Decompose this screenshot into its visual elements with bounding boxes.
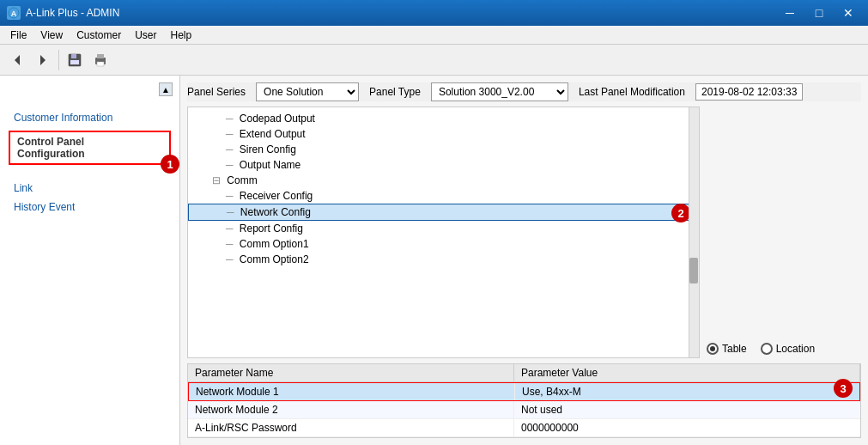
svg-marker-2 bbox=[15, 55, 20, 65]
table-row[interactable]: Network Module 1 Use, B4xx-M bbox=[188, 382, 860, 401]
radio-location[interactable]: Location bbox=[761, 343, 815, 355]
table-header: Parameter Name Parameter Value bbox=[188, 364, 860, 382]
panel-type-label: Panel Type bbox=[369, 86, 421, 98]
sidebar-item-history-event[interactable]: History Event bbox=[0, 198, 179, 216]
title-bar-left: A A-Link Plus - ADMIN bbox=[7, 6, 119, 20]
radio-table-circle bbox=[707, 343, 719, 355]
panel-type-dropdown[interactable]: Solution 3000_V2.00 bbox=[431, 82, 568, 101]
menu-customer[interactable]: Customer bbox=[70, 27, 128, 43]
svg-rect-9 bbox=[97, 62, 104, 66]
badge-3: 3 bbox=[834, 379, 853, 398]
table-cell-value-0: Use, B4xx-M bbox=[515, 383, 859, 400]
tree-panel[interactable]: ─ Codepad Output ─ Extend Output ─ Siren… bbox=[187, 107, 700, 358]
radio-location-circle bbox=[761, 343, 773, 355]
menu-user[interactable]: User bbox=[128, 27, 163, 43]
content-area: Panel Series One Solution Panel Type Sol… bbox=[180, 76, 868, 445]
svg-rect-5 bbox=[71, 54, 76, 58]
svg-rect-8 bbox=[97, 54, 104, 58]
sidebar-collapse-button[interactable]: ▲ bbox=[159, 82, 173, 96]
parameter-table: Parameter Name Parameter Value Network M… bbox=[187, 363, 861, 438]
table-cell-name-2: A-Link/RSC Password bbox=[188, 419, 514, 436]
tree-item-comm[interactable]: ⊟ Comm bbox=[188, 173, 699, 188]
panel-series-dropdown[interactable]: One Solution bbox=[256, 82, 359, 101]
menu-view[interactable]: View bbox=[33, 27, 70, 43]
svg-marker-3 bbox=[40, 55, 46, 65]
svg-rect-6 bbox=[70, 60, 79, 64]
tree-item-report-config[interactable]: ─ Report Config bbox=[188, 221, 699, 236]
badge-2: 2 bbox=[671, 204, 690, 222]
back-button[interactable] bbox=[5, 48, 29, 72]
sidebar-item-customer-info[interactable]: Customer Information bbox=[0, 108, 179, 127]
toolbar-separator bbox=[58, 50, 59, 70]
table-container: Parameter Name Parameter Value Network M… bbox=[187, 363, 861, 438]
save-button[interactable] bbox=[63, 48, 87, 72]
window-controls: ─ □ ✕ bbox=[777, 4, 861, 21]
window-title: A-Link Plus - ADMIN bbox=[26, 7, 119, 19]
table-row[interactable]: Network Module 2 Not used bbox=[188, 401, 860, 419]
badge-1: 1 bbox=[161, 155, 179, 174]
forward-button[interactable] bbox=[31, 48, 55, 72]
sidebar-item-link[interactable]: Link bbox=[0, 179, 179, 198]
toolbar bbox=[0, 45, 868, 76]
minimize-button[interactable]: ─ bbox=[777, 4, 803, 21]
tree-item-network-config[interactable]: ─ Network Config bbox=[188, 204, 699, 221]
tree-item-receiver-config[interactable]: ─ Receiver Config bbox=[188, 188, 699, 204]
tree-scrollbar[interactable] bbox=[689, 107, 699, 357]
app-icon: A bbox=[7, 6, 21, 20]
menu-file[interactable]: File bbox=[3, 27, 33, 43]
menu-help[interactable]: Help bbox=[164, 27, 199, 43]
right-panel: Table Location bbox=[707, 107, 861, 358]
tree-item-codepad-output[interactable]: ─ Codepad Output bbox=[188, 111, 699, 126]
last-mod-label: Last Panel Modification bbox=[579, 86, 685, 98]
maximize-button[interactable]: □ bbox=[806, 4, 832, 21]
tree-scrollbar-thumb[interactable] bbox=[689, 258, 698, 283]
panel-series-label: Panel Series bbox=[187, 86, 246, 98]
close-button[interactable]: ✕ bbox=[835, 4, 861, 21]
sidebar-item-control-panel[interactable]: Control PanelConfiguration bbox=[9, 131, 171, 165]
radio-table[interactable]: Table bbox=[707, 343, 747, 355]
table-cell-value-1: Not used bbox=[514, 401, 860, 418]
tree-panel-container: ─ Codepad Output ─ Extend Output ─ Siren… bbox=[187, 107, 861, 358]
table-cell-name-0: Network Module 1 bbox=[189, 383, 515, 400]
main-layout: ▲ Customer Information Control PanelConf… bbox=[0, 76, 868, 445]
table-row[interactable]: A-Link/RSC Password 0000000000 bbox=[188, 419, 860, 437]
svg-text:A: A bbox=[11, 9, 17, 18]
tree-item-extend-output[interactable]: ─ Extend Output bbox=[188, 126, 699, 142]
tree-item-comm-option1[interactable]: ─ Comm Option1 bbox=[188, 236, 699, 252]
sidebar: ▲ Customer Information Control PanelConf… bbox=[0, 76, 180, 445]
tree-item-comm-option2[interactable]: ─ Comm Option2 bbox=[188, 252, 699, 267]
title-bar: A A-Link Plus - ADMIN ─ □ ✕ bbox=[0, 0, 868, 26]
print-button[interactable] bbox=[88, 48, 112, 72]
col-header-value: Parameter Value bbox=[514, 364, 860, 381]
table-cell-name-1: Network Module 2 bbox=[188, 401, 514, 418]
tree-item-siren-config[interactable]: ─ Siren Config bbox=[188, 142, 699, 157]
tree-item-output-name[interactable]: ─ Output Name bbox=[188, 157, 699, 173]
radio-group: Table Location bbox=[707, 343, 861, 355]
last-mod-value: 2019-08-02 12:03:33 bbox=[695, 83, 803, 101]
col-header-name: Parameter Name bbox=[188, 364, 514, 381]
menu-bar: File View Customer User Help bbox=[0, 26, 868, 45]
top-controls: Panel Series One Solution Panel Type Sol… bbox=[187, 82, 861, 101]
table-cell-value-2: 0000000000 bbox=[514, 419, 860, 436]
